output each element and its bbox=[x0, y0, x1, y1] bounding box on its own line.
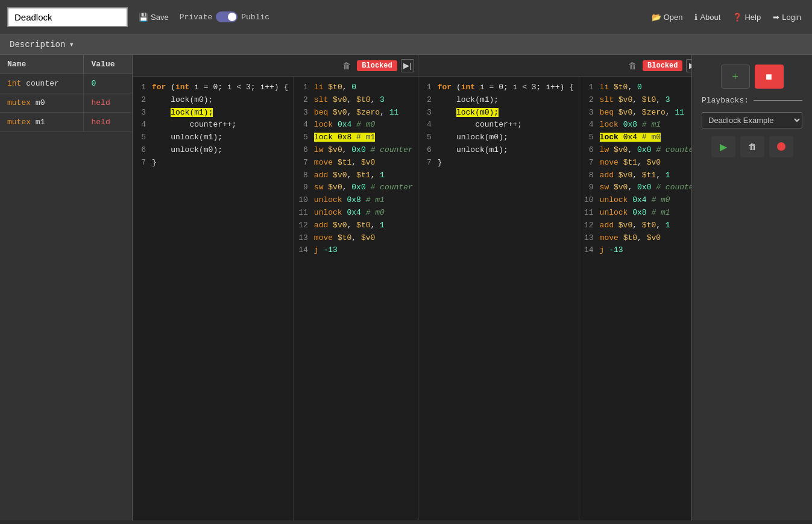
thread2-blocked-badge: Blocked bbox=[643, 60, 682, 71]
record-button[interactable] bbox=[769, 136, 793, 157]
thread1-delete-button[interactable]: 🗑 bbox=[340, 60, 353, 72]
var-value-text: 0 bbox=[91, 79, 96, 88]
thread2-right-code-content: li $t0, 0 slt $v0, $t0, 3 beq $v0, $zero… bbox=[597, 77, 691, 520]
code-area: 🗑 Blocked ▶| 1234567 for (int i = 0; i <… bbox=[133, 55, 691, 520]
var-name: m1 bbox=[36, 118, 45, 127]
thread1-body: 1234567 for (int i = 0; i < 3; i++) { lo… bbox=[133, 77, 418, 520]
var-type-name: mutex m1 bbox=[0, 113, 84, 132]
vars-table-row: mutex m1held bbox=[0, 113, 132, 132]
save-button[interactable]: 💾 Save bbox=[135, 10, 172, 24]
var-type: int bbox=[7, 79, 21, 88]
thread2-left-code: 1234567 for (int i = 0; i < 3; i++) { lo… bbox=[418, 77, 579, 520]
vars-table-row: mutex m0held bbox=[0, 93, 132, 113]
login-button[interactable]: ➡ Login bbox=[769, 10, 805, 24]
thread2-left-linenums: 1234567 bbox=[418, 77, 435, 520]
thread2-left-code-content: for (int i = 0; i < 3; i++) { lock(m1); … bbox=[435, 77, 579, 520]
thread2-two-col: 1234567 for (int i = 0; i < 3; i++) { lo… bbox=[418, 77, 691, 520]
thread1-right-code: 1234567891011121314 li $t0, 0 slt $v0, $… bbox=[294, 77, 417, 520]
variables-tbody: int counter0mutex m0heldmutex m1held bbox=[0, 74, 132, 132]
description-bar[interactable]: Description ▾ bbox=[0, 34, 812, 55]
thread2-panel: 🗑 Blocked ▶| 1234567 for (int i = 0; i <… bbox=[418, 55, 691, 520]
var-value: held bbox=[84, 113, 132, 132]
var-type: mutex bbox=[7, 118, 31, 127]
open-button[interactable]: 📂 Open bbox=[648, 10, 687, 24]
save-icon: 💾 bbox=[139, 13, 148, 22]
thread2-header: 🗑 Blocked ▶| bbox=[418, 55, 691, 77]
play-button[interactable]: ▶ bbox=[711, 136, 735, 157]
add-remove-row: + ■ bbox=[702, 65, 802, 89]
help-button[interactable]: ❓ Help bbox=[729, 10, 764, 24]
thread2-delete-button[interactable]: 🗑 bbox=[626, 60, 639, 72]
trash-button[interactable]: 🗑 bbox=[740, 136, 764, 157]
var-value-text: held bbox=[91, 98, 110, 107]
playbacks-divider bbox=[754, 100, 802, 101]
vars-table-row: int counter0 bbox=[0, 74, 132, 93]
thread1-two-col: 1234567 for (int i = 0; i < 3; i++) { lo… bbox=[133, 77, 418, 520]
var-type-name: mutex m0 bbox=[0, 93, 84, 113]
thread1-left-code: 1234567 for (int i = 0; i < 3; i++) { lo… bbox=[133, 77, 294, 520]
thread1-right-code-content: li $t0, 0 slt $v0, $t0, 3 beq $v0, $zero… bbox=[312, 77, 418, 520]
visibility-toggle-wrap: Private Public bbox=[180, 11, 269, 22]
thread1-left-code-content: for (int i = 0; i < 3; i++) { lock(m0); … bbox=[149, 77, 293, 520]
visibility-toggle[interactable] bbox=[216, 11, 238, 22]
var-name: m0 bbox=[36, 98, 45, 107]
title-input[interactable]: Deadlock bbox=[7, 7, 128, 27]
login-icon: ➡ bbox=[773, 13, 779, 22]
help-icon: ❓ bbox=[732, 13, 742, 22]
thread1-blocked-badge: Blocked bbox=[357, 60, 397, 71]
col-name-header: Name bbox=[0, 55, 84, 74]
top-right-actions: 📂 Open ℹ About ❓ Help ➡ Login bbox=[648, 10, 805, 24]
var-value: 0 bbox=[84, 74, 132, 93]
remove-thread-button[interactable]: ■ bbox=[755, 65, 784, 89]
main-content: Name Value int counter0mutex m0heldmutex… bbox=[0, 55, 812, 520]
toggle-knob bbox=[228, 13, 236, 21]
thread1-skip-button[interactable]: ▶| bbox=[401, 59, 414, 72]
var-name: counter bbox=[26, 79, 59, 88]
thread2-right-linenums: 1234567891011121314 bbox=[579, 77, 597, 520]
playbacks-row: Playbacks: bbox=[702, 96, 802, 105]
info-icon: ℹ bbox=[694, 13, 697, 22]
chevron-down-icon: ▾ bbox=[69, 39, 74, 49]
thread2-skip-button[interactable]: ▶| bbox=[686, 59, 691, 72]
controls-panel: + ■ Playbacks: Deadlock Example Custom ▶… bbox=[691, 55, 812, 520]
record-icon bbox=[777, 142, 785, 151]
playbacks-select[interactable]: Deadlock Example Custom bbox=[702, 112, 802, 128]
thread1-left-linenums: 1234567 bbox=[133, 77, 149, 520]
threads-row: 🗑 Blocked ▶| 1234567 for (int i = 0; i <… bbox=[133, 55, 691, 520]
variables-table: Name Value int counter0mutex m0heldmutex… bbox=[0, 55, 132, 132]
var-value: held bbox=[84, 93, 132, 113]
playbacks-label: Playbacks: bbox=[702, 96, 749, 105]
thread2-right-code: 1234567891011121314 li $t0, 0 slt $v0, $… bbox=[579, 77, 691, 520]
play-controls-row: ▶ 🗑 bbox=[702, 136, 802, 157]
var-value-text: held bbox=[91, 118, 110, 127]
about-button[interactable]: ℹ About bbox=[691, 10, 724, 24]
topbar: Deadlock 💾 Save Private Public 📂 Open ℹ … bbox=[0, 0, 812, 34]
variables-panel: Name Value int counter0mutex m0heldmutex… bbox=[0, 55, 133, 520]
col-value-header: Value bbox=[84, 55, 132, 74]
var-type-name: int counter bbox=[0, 74, 84, 93]
thread1-right-linenums: 1234567891011121314 bbox=[294, 77, 312, 520]
description-label: Description bbox=[10, 40, 65, 49]
thread1-panel: 🗑 Blocked ▶| 1234567 for (int i = 0; i <… bbox=[133, 55, 418, 520]
add-thread-button[interactable]: + bbox=[721, 65, 750, 89]
thread2-body: 1234567 for (int i = 0; i < 3; i++) { lo… bbox=[418, 77, 691, 520]
var-type: mutex bbox=[7, 98, 31, 107]
folder-icon: 📂 bbox=[652, 13, 661, 22]
thread1-header: 🗑 Blocked ▶| bbox=[133, 55, 418, 77]
